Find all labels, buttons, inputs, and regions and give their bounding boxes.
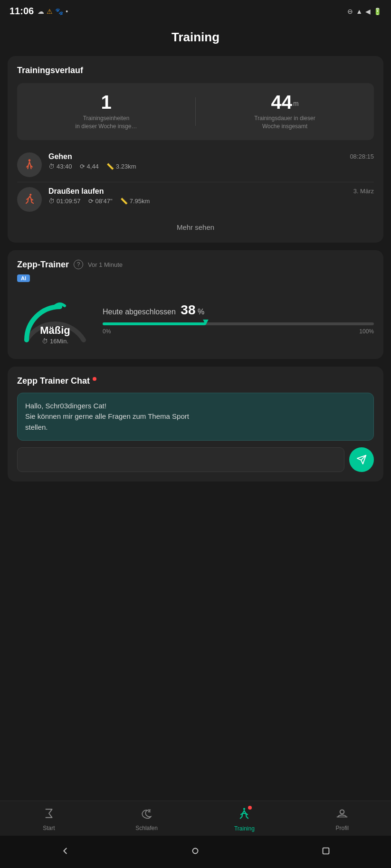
nav-label-profil: Profil: [335, 825, 348, 831]
status-icons: ☁ ⚠ 🐾 •: [38, 8, 68, 15]
activity-item-gehen[interactable]: Gehen 08:28:15 ⏱ 43:40 ⟳ 4,44 📏 3.23km: [17, 148, 374, 182]
home-icon: [190, 846, 200, 856]
walk-icon: [23, 158, 36, 171]
zepp-trainer-body: Mäßig ⏱ 16Min. Heute abgeschlossen 38 %: [17, 288, 374, 349]
status-right: ⊖ ▲ ◀ 🔋: [347, 8, 381, 15]
back-button[interactable]: [57, 842, 74, 859]
cloud-icon: ☁: [38, 8, 44, 15]
progress-bar-track: [103, 322, 374, 325]
zepp-trainer-title: Zepp-Trainer: [17, 260, 69, 270]
nav-item-training[interactable]: Training: [228, 807, 261, 832]
recents-icon: [321, 846, 331, 856]
svg-point-0: [29, 159, 31, 161]
sleep-svg: [141, 807, 153, 820]
distance-icon-run: 📏: [120, 198, 128, 205]
activity-avatar-walk: [17, 152, 42, 177]
start-icon: [43, 807, 55, 822]
home-button[interactable]: [187, 842, 204, 859]
activity-body-gehen: Gehen 08:28:15 ⏱ 43:40 ⟳ 4,44 📏 3.23km: [48, 152, 374, 170]
stat-duration: 44m Trainingsdauer in dieser Woche insge…: [196, 83, 374, 140]
stat-count-value: 1: [22, 93, 191, 112]
activity-item-run[interactable]: Draußen laufen 3. März ⏱ 01:09:57 ⟳ 08'4…: [17, 182, 374, 217]
progress-bar-fill: [103, 322, 206, 325]
training-history-title: Trainingsverlauf: [17, 66, 374, 75]
progress-bar-container: 0% 100%: [103, 322, 374, 335]
zepp-trainer-card: Zepp-Trainer ? Vor 1 Minute AI Mäßig: [8, 250, 383, 359]
main-content: Trainingsverlauf 1 Trainingseinheiten in…: [0, 56, 391, 793]
sleep-icon: [141, 807, 153, 822]
clock-icon-gehen: ⏱: [48, 163, 55, 170]
recents-button[interactable]: [317, 842, 334, 859]
activity-stats-gehen: ⏱ 43:40 ⟳ 4,44 📏 3.23km: [48, 163, 374, 170]
nav-item-profil[interactable]: Profil: [325, 807, 359, 831]
nav-item-start[interactable]: Start: [32, 807, 66, 831]
info-icon[interactable]: ?: [74, 260, 83, 269]
run-duration: ⏱ 01:09:57: [48, 198, 81, 205]
run-icon: [23, 193, 36, 206]
svg-point-3: [340, 810, 344, 814]
gehen-pace: ⟳ 4,44: [80, 163, 99, 170]
warning-icon: ⚠: [47, 8, 53, 15]
stat-count: 1 Trainingseinheiten in dieser Woche ins…: [17, 83, 195, 140]
signal-icon: ◀: [365, 8, 371, 15]
zepp-trainer-header: Zepp-Trainer ? Vor 1 Minute: [17, 260, 374, 270]
svg-point-1: [29, 194, 31, 196]
svg-point-2: [243, 808, 245, 810]
nav-label-start: Start: [43, 825, 55, 831]
gehen-distance: 📏 3.23km: [106, 163, 136, 170]
stats-row: 1 Trainingseinheiten in dieser Woche ins…: [17, 83, 374, 140]
profil-svg: [336, 807, 348, 820]
chat-bubble: Hallo, Schr03dingers Cat! Sie können mir…: [17, 393, 374, 441]
chat-bubble-text: Hallo, Schr03dingers Cat! Sie können mir…: [25, 401, 366, 433]
activity-header-gehen: Gehen 08:28:15: [48, 152, 374, 161]
activity-stats-run: ⏱ 01:09:57 ⟳ 08'47" 📏 7.95km: [48, 198, 374, 205]
progress-min: 0%: [103, 328, 111, 335]
pace-icon-gehen: ⟳: [80, 163, 85, 170]
nav-label-schlafen: Schlafen: [135, 825, 158, 831]
stat-duration-value-wrap: 44m: [200, 93, 369, 112]
ai-badge: AI: [17, 274, 30, 282]
stat-count-label: Trainingseinheiten in dieser Woche insge…: [22, 114, 191, 131]
gauge-label: Mäßig ⏱ 16Min.: [40, 324, 70, 345]
clock-icon-gauge: ⏱: [42, 338, 48, 345]
page-title: Training: [10, 30, 381, 45]
activity-date-run: 3. März: [353, 188, 374, 195]
activity-body-run: Draußen laufen 3. März ⏱ 01:09:57 ⟳ 08'4…: [48, 187, 374, 205]
progress-labels: 0% 100%: [103, 328, 374, 335]
gauge-container: Mäßig ⏱ 16Min.: [17, 288, 93, 349]
activity-avatar-run: [17, 187, 42, 212]
activity-name-gehen: Gehen: [48, 152, 72, 161]
page-header: Training: [0, 20, 391, 56]
more-link[interactable]: Mehr sehen: [17, 217, 374, 233]
chat-notification-dot: [93, 377, 96, 381]
completion-label: Heute abgeschlossen 38 %: [103, 302, 374, 318]
chat-input[interactable]: [17, 447, 344, 472]
profil-icon: [336, 807, 348, 822]
zepp-chat-card: Zepp Trainer Chat Hallo, Schr03dingers C…: [8, 367, 383, 482]
distance-icon-gehen: 📏: [106, 163, 114, 170]
run-pace: ⟳ 08'47": [88, 198, 113, 205]
dot-icon: •: [66, 8, 68, 15]
chat-input-row: [17, 447, 374, 472]
zepp-trainer-right: Heute abgeschlossen 38 % 0% 100%: [103, 302, 374, 335]
sigma-icon: [43, 807, 55, 820]
zepp-time: Vor 1 Minute: [88, 261, 123, 268]
activity-header-run: Draußen laufen 3. März: [48, 187, 374, 196]
svg-point-4: [193, 849, 198, 854]
nav-item-schlafen[interactable]: Schlafen: [130, 807, 163, 831]
status-time: 11:06: [10, 6, 34, 17]
wifi-icon: ▲: [356, 8, 362, 15]
bottom-nav: Start Schlafen Training: [0, 801, 391, 836]
clock-icon-run: ⏱: [48, 198, 55, 205]
mute-icon: ⊖: [347, 8, 353, 15]
gauge-duration: ⏱ 16Min.: [40, 338, 70, 345]
pace-icon-run: ⟳: [88, 198, 94, 205]
run-distance: 📏 7.95km: [120, 198, 150, 205]
completion-suffix: %: [198, 308, 204, 316]
gauge-intensity: Mäßig: [40, 324, 70, 337]
stat-duration-label: Trainingsdauer in dieser Woche insgesamt: [200, 114, 369, 131]
chat-send-button[interactable]: [349, 447, 374, 472]
nav-label-training: Training: [234, 825, 255, 832]
battery-icon: 🔋: [373, 8, 381, 15]
gehen-duration: ⏱ 43:40: [48, 163, 72, 170]
